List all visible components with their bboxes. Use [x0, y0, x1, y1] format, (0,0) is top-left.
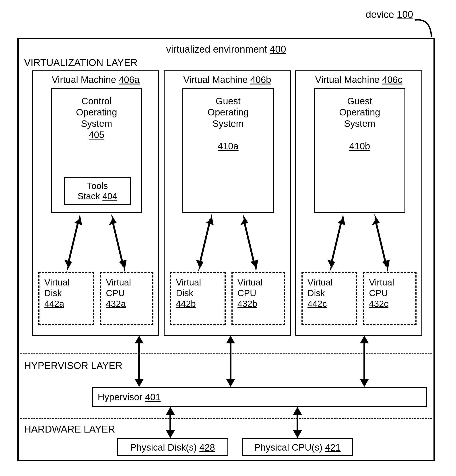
svg-marker-25	[360, 336, 369, 343]
vm-c-vdisk: Virtual Disk 442c	[301, 272, 357, 325]
physical-cpu-box: Physical CPU(s) 421	[242, 438, 353, 456]
env-title-ref: 400	[270, 44, 286, 55]
vm-a-vcpu-l2: CPU	[106, 288, 125, 298]
svg-marker-20	[135, 379, 144, 387]
vm-b-vdisk-l2: Disk	[176, 288, 193, 298]
vm-a-title-ref: 406a	[119, 74, 139, 85]
vm-b-os-l3: System	[212, 118, 244, 129]
vm-c-arrow-right	[370, 214, 392, 272]
vm-a-vcpu-l1: Virtual	[106, 277, 131, 287]
svg-marker-2	[64, 260, 72, 272]
device-label: device 100	[366, 9, 413, 20]
vm-b: Virtual Machine 406b Guest Operating Sys…	[164, 70, 291, 336]
hypervisor-layer-label: HYPERVISOR LAYER	[24, 360, 123, 371]
svg-marker-28	[166, 407, 175, 415]
arrow-vm-a-hyper	[132, 336, 146, 387]
vm-a-vdisk-l1: Virtual	[44, 277, 70, 287]
vm-b-title-ref: 406b	[250, 74, 271, 85]
vm-c-vdisk-ref: 442c	[307, 299, 327, 309]
vm-c-vcpu-l2: CPU	[369, 288, 388, 298]
tools-stack-l2-text: Stack	[78, 191, 100, 201]
virtualization-layer-label: VIRTUALIZATION LAYER	[24, 57, 138, 68]
vm-a-os-l3: System	[81, 118, 112, 129]
callout-curve	[412, 11, 439, 38]
svg-marker-31	[293, 407, 302, 415]
svg-marker-10	[240, 214, 248, 225]
vm-a-vdisk-l2: Disk	[44, 288, 62, 298]
arrow-hyper-cpu	[291, 407, 304, 438]
vm-c: Virtual Machine 406c Guest Operating Sys…	[295, 70, 422, 336]
vm-a-os-l1: Control	[81, 96, 112, 106]
svg-marker-19	[135, 336, 144, 343]
vm-c-os: Guest Operating System 410b	[314, 88, 405, 213]
svg-marker-4	[109, 214, 117, 225]
vm-c-os-text: Guest Operating System 410b	[315, 96, 404, 152]
svg-marker-5	[119, 260, 127, 272]
vm-a-title-text: Virtual Machine	[52, 74, 116, 85]
vm-b-arrow-left	[193, 214, 216, 272]
vm-b-vdisk-l1: Virtual	[176, 277, 201, 287]
svg-line-3	[112, 220, 123, 266]
hypervisor-box: Hypervisor 401	[92, 387, 427, 407]
vm-c-arrow-left	[325, 214, 347, 272]
vm-c-vdisk-l1: Virtual	[307, 277, 333, 287]
svg-marker-22	[226, 336, 235, 343]
tools-stack-l2-ref: 404	[102, 191, 117, 201]
hypervisor-text: Hypervisor	[98, 392, 142, 402]
vm-c-os-l3: System	[344, 118, 375, 129]
physical-cpu-text: Physical CPU(s)	[254, 442, 323, 453]
svg-line-12	[331, 220, 342, 266]
arrow-vm-b-hyper	[224, 336, 237, 387]
device-box: virtualized environment 400 VIRTUALIZATI…	[18, 38, 435, 461]
vm-a-vdisk-ref: 442a	[44, 299, 64, 309]
svg-line-6	[199, 220, 210, 266]
vm-b-vcpu: Virtual CPU 432b	[231, 272, 285, 325]
vm-c-title-text: Virtual Machine	[315, 74, 379, 85]
svg-marker-32	[293, 430, 302, 438]
vm-a-os-text: Control Operating System 405	[52, 96, 141, 141]
vm-b-arrow-right	[238, 214, 260, 272]
physical-disk-text: Physical Disk(s)	[130, 442, 197, 453]
vm-a-os-l2: Operating	[76, 107, 117, 118]
vm-b-title-text: Virtual Machine	[183, 74, 248, 85]
vm-b-vdisk-ref: 442b	[176, 299, 196, 309]
vm-a-os-ref: 405	[89, 129, 104, 140]
diagram-canvas: device 100 virtualized environment 400 V…	[0, 0, 456, 476]
svg-marker-14	[327, 260, 335, 272]
vm-b-os-text: Guest Operating System 410a	[183, 96, 273, 152]
vm-b-title: Virtual Machine 406b	[165, 74, 290, 85]
vm-b-os: Guest Operating System 410a	[182, 88, 274, 213]
vm-a-title: Virtual Machine 406a	[33, 74, 158, 85]
vm-b-os-ref: 410a	[218, 141, 238, 151]
vm-b-vcpu-l2: CPU	[237, 288, 256, 298]
vm-c-os-l2: Operating	[339, 107, 380, 118]
svg-marker-16	[372, 214, 380, 225]
svg-line-15	[375, 220, 386, 266]
arrow-hyper-disk	[164, 407, 177, 438]
vm-c-os-l1: Guest	[347, 96, 372, 106]
vm-c-vdisk-l2: Disk	[307, 288, 325, 298]
tools-stack: Tools Stack 404	[64, 177, 131, 205]
svg-line-9	[244, 220, 255, 266]
svg-marker-8	[196, 260, 204, 272]
physical-disk-box: Physical Disk(s) 428	[117, 438, 228, 456]
device-label-text: device	[366, 9, 394, 20]
physical-cpu-ref: 421	[325, 442, 341, 453]
svg-marker-11	[250, 260, 258, 272]
vm-c-title: Virtual Machine 406c	[296, 74, 421, 85]
vm-a-arrow-left	[62, 214, 84, 272]
svg-marker-29	[166, 430, 175, 438]
vm-a-vcpu-ref: 432a	[106, 299, 126, 309]
vm-a-arrow-right	[106, 214, 129, 272]
vm-b-vdisk: Virtual Disk 442b	[170, 272, 226, 325]
svg-line-0	[68, 220, 79, 266]
svg-marker-26	[360, 379, 369, 387]
vm-c-vcpu: Virtual CPU 432c	[363, 272, 417, 325]
divider-hyper-hw	[20, 418, 432, 419]
hypervisor-ref: 401	[145, 392, 160, 402]
vm-c-vcpu-l1: Virtual	[369, 277, 394, 287]
vm-a-vcpu: Virtual CPU 432a	[100, 272, 153, 325]
env-title-text: virtualized environment	[166, 44, 267, 55]
svg-marker-23	[226, 379, 235, 387]
vm-b-os-l1: Guest	[216, 96, 241, 106]
